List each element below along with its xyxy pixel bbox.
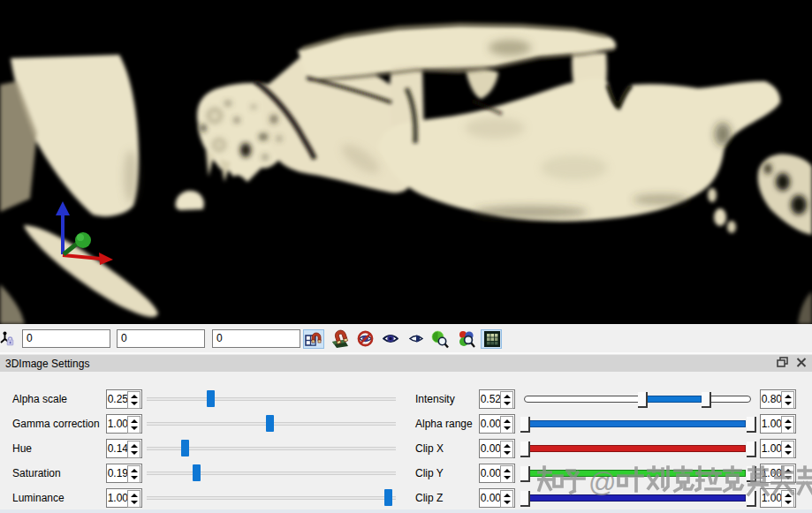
svg-text:@: @ xyxy=(588,467,616,497)
